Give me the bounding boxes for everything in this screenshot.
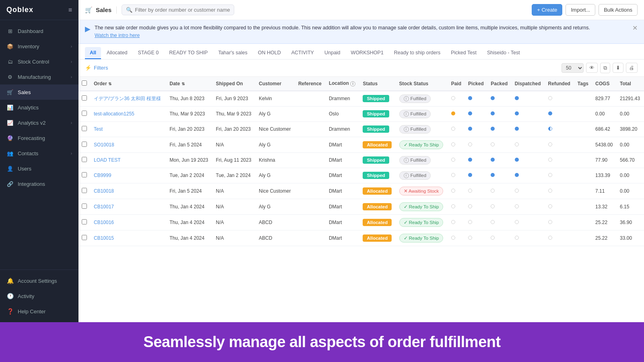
packed-dot: [491, 189, 495, 193]
row-total: 0.00: [617, 137, 644, 152]
sidebar-item-manufacturing[interactable]: ⚙ Manufacturing ›: [0, 69, 78, 84]
sidebar-item-account-settings[interactable]: 🔔 Account Settings: [0, 273, 78, 288]
create-button[interactable]: + Create: [532, 4, 562, 16]
sidebar-item-activity[interactable]: 🕐 Activity: [0, 288, 78, 304]
bulk-actions-button[interactable]: Bulk Actions: [599, 4, 638, 16]
chevron-icon: ›: [71, 75, 72, 79]
tab-stage-0[interactable]: STAGE 0: [133, 47, 163, 59]
page-size-select[interactable]: 501025100: [561, 63, 584, 73]
info-banner: ▶ The new sale order module gives you a …: [78, 20, 644, 44]
sidebar-item-inventory[interactable]: 📦 Inventory ›: [0, 39, 78, 54]
banner-link[interactable]: Watch the intro here: [95, 33, 140, 38]
row-cogs: 686.42: [592, 121, 617, 137]
table-row: Test Fri, Jan 20 2023 Fri, Jan 20 2023 N…: [78, 121, 644, 137]
contacts-icon: 👥: [6, 150, 14, 157]
order-link-4[interactable]: LOAD TEST: [94, 157, 120, 163]
stock-badge: i Fulfilled: [399, 110, 431, 118]
row-checkbox-3[interactable]: [82, 142, 87, 147]
print-button[interactable]: 🖨: [626, 63, 638, 73]
order-link-5[interactable]: CB9999: [94, 173, 111, 178]
tab-workshop1[interactable]: WORKSHOP1: [346, 47, 388, 59]
tab-activity[interactable]: ACTIVITY: [287, 47, 319, 59]
sidebar-item-help-center[interactable]: ❓ Help Center: [0, 304, 78, 319]
copy-button[interactable]: ⧉: [600, 63, 610, 73]
topbar-title-text: Sales: [96, 6, 111, 13]
row-customer: Aly G: [256, 168, 295, 183]
row-checkbox-1[interactable]: [82, 111, 87, 116]
col-shipped-on[interactable]: Shipped On: [213, 77, 256, 91]
refunded-dot: [548, 204, 552, 208]
import-button[interactable]: Import...: [566, 4, 595, 16]
order-link-9[interactable]: CB10015: [94, 235, 114, 241]
sidebar-item-users[interactable]: 👤 Users: [0, 161, 78, 176]
order-link-2[interactable]: Test: [94, 126, 103, 132]
order-link-1[interactable]: test-allocation1255: [94, 111, 134, 117]
sidebar-item-forecasting[interactable]: 🔮 Forecasting: [0, 130, 78, 146]
order-link-0[interactable]: イデア/プラン36 太和田 桜里様: [94, 96, 161, 101]
order-link-8[interactable]: CB10016: [94, 220, 114, 225]
stock-badge: i Fulfilled: [399, 156, 431, 165]
order-link-3[interactable]: SO10018: [94, 142, 114, 148]
row-shipped-on: Fri, Jan 20 2023: [213, 121, 256, 137]
picked-dot: [468, 236, 472, 240]
sidebar-label-users: Users: [18, 166, 31, 172]
row-reference: [295, 183, 326, 199]
row-customer: ABCD: [256, 230, 295, 246]
tab-tahars-sales[interactable]: Tahar's sales: [213, 47, 252, 59]
col-packed: Packed: [487, 77, 512, 91]
packed-dot: [491, 142, 495, 146]
sidebar-item-integrations[interactable]: 🔗 Integrations: [0, 176, 78, 191]
select-all-checkbox[interactable]: [82, 80, 87, 86]
tab-on-hold[interactable]: ON HOLD: [253, 47, 286, 59]
packed-dot: [491, 220, 495, 224]
search-input[interactable]: [135, 7, 230, 13]
sidebar-item-analytics-v2[interactable]: 📈 Analytics v2 ›: [0, 115, 78, 130]
sidebar-item-analytics[interactable]: 📊 Analytics: [0, 100, 78, 115]
tab-picked-test[interactable]: Picked Test: [446, 47, 481, 59]
tab-ready-to-ship-orders[interactable]: Ready to ship orders: [389, 47, 445, 59]
stock-control-icon: 🗂: [6, 58, 14, 65]
search-box[interactable]: 🔍: [122, 4, 234, 15]
row-checkbox-6[interactable]: [82, 188, 87, 193]
tab-allocated[interactable]: Allocated: [102, 47, 132, 59]
tab-unpaid[interactable]: Unpaid: [320, 47, 345, 59]
tab-all[interactable]: All: [85, 47, 101, 59]
col-order[interactable]: Order ⇅: [91, 77, 166, 91]
row-tags: [574, 106, 592, 121]
banner-close-icon[interactable]: ✕: [632, 24, 638, 32]
hamburger-icon[interactable]: ≡: [68, 6, 72, 14]
col-date[interactable]: Date ⇅: [166, 77, 213, 91]
row-checkbox-7[interactable]: [82, 204, 87, 209]
sidebar-item-stock-control[interactable]: 🗂 Stock Control ›: [0, 54, 78, 69]
sidebar-label-account-settings: Account Settings: [18, 278, 57, 284]
picked-dot: [468, 96, 472, 100]
row-checkbox-8[interactable]: [82, 219, 87, 224]
view-toggle-button[interactable]: 👁: [586, 63, 598, 73]
row-location: Drammen: [326, 121, 360, 137]
paid-dot: [451, 204, 455, 208]
order-link-6[interactable]: CB10018: [94, 188, 114, 194]
sidebar-item-contacts[interactable]: 👥 Contacts ›: [0, 146, 78, 161]
row-checkbox-0[interactable]: [82, 95, 87, 101]
row-checkbox-5[interactable]: [82, 172, 87, 177]
sidebar-nav: ⊞ Dashboard 📦 Inventory › 🗂 Stock Contro…: [0, 20, 78, 269]
sidebar-item-sales[interactable]: 🛒 Sales: [0, 84, 78, 100]
row-reference: [295, 168, 326, 183]
order-link-7[interactable]: CB10017: [94, 204, 114, 210]
row-customer: Krishna: [256, 152, 295, 168]
row-checkbox-9[interactable]: [82, 235, 87, 240]
filters-button[interactable]: ⚡ Filters: [85, 65, 108, 71]
sidebar-item-dashboard[interactable]: ⊞ Dashboard: [0, 23, 78, 39]
row-checkbox-4[interactable]: [82, 157, 87, 162]
stock-badge: i Fulfilled: [399, 125, 431, 134]
dispatched-dot: [515, 173, 519, 177]
row-checkbox-2[interactable]: [82, 126, 87, 131]
tab-ready-to-ship[interactable]: READY TO SHIP: [164, 47, 213, 59]
tab-shiseido-test[interactable]: Shiseido - Test: [482, 47, 525, 59]
col-customer: Customer: [256, 77, 295, 91]
download-button[interactable]: ⬇: [613, 63, 623, 73]
row-shipped-on: N/A: [213, 183, 256, 199]
manufacturing-icon: ⚙: [6, 73, 14, 80]
picked-dot: [468, 220, 472, 224]
logo-text: Qoblex: [6, 6, 33, 14]
